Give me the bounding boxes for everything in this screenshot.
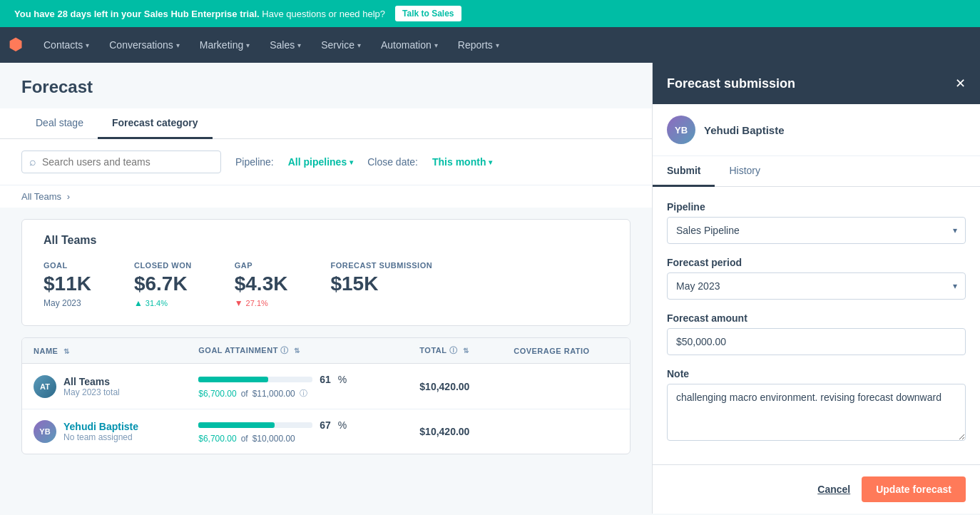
stat-closed-won-value: $6.7K (134, 272, 192, 295)
tab-forecast-category[interactable]: Forecast category (98, 108, 213, 139)
search-box[interactable]: ⌕ (21, 151, 221, 173)
stat-closed-won-sub: ▲ 31.4% (134, 298, 192, 308)
note-form-group: Note (667, 368, 966, 441)
pipeline-select-wrapper: Sales Pipeline Enterprise Pipeline ▾ (667, 217, 966, 244)
tab-deal-stage[interactable]: Deal stage (21, 108, 98, 139)
data-table-container: NAME ⇅ GOAL ATTAINMENT ⓘ ⇅ TOTAL ⓘ ⇅ (21, 337, 631, 454)
total-cell: $10,420.00 (408, 409, 502, 454)
note-textarea[interactable] (667, 384, 966, 441)
nav-item-sales[interactable]: Sales ▾ (260, 27, 311, 63)
stat-goal: GOAL $11K May 2023 (44, 261, 91, 308)
table-header-row: NAME ⇅ GOAL ATTAINMENT ⓘ ⇅ TOTAL ⓘ ⇅ (22, 338, 630, 364)
goal-attainment-cell: 61% $6,700.00 of $11,000.00 ⓘ (187, 364, 408, 409)
stat-forecast-submission: FORECAST SUBMISSION $15K (330, 261, 432, 308)
panel-close-button[interactable]: ✕ (955, 76, 966, 91)
progress-bar-fill (198, 377, 268, 382)
goal-total: $11,000.00 (252, 389, 295, 399)
stat-gap-label: GAP (235, 261, 288, 270)
stat-gap-value: $4.3K (235, 272, 288, 295)
stat-gap-sub: ▼ 27.1% (235, 298, 288, 308)
stat-goal-label: GOAL (44, 261, 91, 270)
panel-user-section: YB Yehudi Baptiste (653, 104, 980, 156)
cancel-button[interactable]: Cancel (817, 484, 850, 495)
coverage-ratio-cell (502, 409, 630, 454)
stat-closed-won: CLOSED WON $6.7K ▲ 31.4% (134, 261, 192, 308)
note-label: Note (667, 368, 966, 379)
pipeline-form-group: Pipeline Sales Pipeline Enterprise Pipel… (667, 201, 966, 244)
progress-bar-background (198, 377, 312, 382)
pipeline-label: Pipeline: (235, 156, 274, 168)
close-date-filter[interactable]: This month ▾ (432, 156, 492, 168)
nav-item-conversations[interactable]: Conversations ▾ (99, 27, 190, 63)
nav-item-marketing[interactable]: Marketing ▾ (190, 27, 260, 63)
info-icon[interactable]: ⓘ (449, 346, 458, 355)
search-icon: ⌕ (29, 155, 36, 168)
progress-percent: 61 (320, 374, 331, 385)
nav-item-reports[interactable]: Reports ▾ (448, 27, 509, 63)
panel-footer: Cancel Update forecast (653, 464, 980, 514)
panel-tabs: Submit History (653, 156, 980, 187)
goal-achieved: $6,700.00 (198, 389, 236, 399)
progress-percent: 67 (320, 419, 331, 431)
breadcrumb-all-teams[interactable]: All Teams (21, 191, 61, 202)
col-total[interactable]: TOTAL ⓘ ⇅ (408, 338, 502, 364)
update-forecast-button[interactable]: Update forecast (862, 476, 966, 502)
nav-item-automation[interactable]: Automation ▾ (371, 27, 448, 63)
forecast-period-form-group: Forecast period May 2023 June 2023 April… (667, 257, 966, 300)
page-header: Forecast (0, 63, 652, 97)
breadcrumb-separator: › (67, 191, 70, 202)
sort-icon: ⇅ (294, 347, 300, 355)
goal-of-label: of (241, 389, 248, 399)
table-row: AT All Teams May 2023 total (22, 364, 630, 409)
nav-item-contacts[interactable]: Contacts ▾ (34, 27, 99, 63)
forecast-period-select[interactable]: May 2023 June 2023 April 2023 (667, 272, 966, 300)
avatar: AT (34, 375, 56, 398)
talk-to-sales-button[interactable]: Talk to Sales (395, 6, 461, 21)
name-cell: AT All Teams May 2023 total (22, 364, 187, 409)
chevron-down-icon: ▾ (489, 158, 492, 166)
pipeline-filter[interactable]: All pipelines ▾ (288, 156, 353, 168)
panel-header: Forecast submission ✕ (653, 63, 980, 104)
logo-icon: ⬢ (9, 36, 22, 54)
coverage-ratio-cell (502, 364, 630, 409)
forecast-amount-label: Forecast amount (667, 312, 966, 324)
forecast-period-label: Forecast period (667, 257, 966, 268)
panel-user-avatar: YB (667, 116, 695, 144)
info-icon[interactable]: ⓘ (280, 346, 289, 355)
info-icon[interactable]: ⓘ (300, 388, 307, 399)
stat-forecast-label: FORECAST SUBMISSION (330, 261, 432, 270)
total-amount: $10,420.00 (419, 381, 469, 392)
name-cell: YB Yehudi Baptiste No team assigned (22, 409, 187, 454)
chevron-down-icon: ▾ (357, 41, 361, 49)
panel-body: Pipeline Sales Pipeline Enterprise Pipel… (653, 187, 980, 464)
progress-bar-background (198, 422, 312, 428)
pipeline-select[interactable]: Sales Pipeline Enterprise Pipeline (667, 217, 966, 244)
sort-icon: ⇅ (63, 347, 70, 355)
chevron-down-icon: ▾ (349, 158, 353, 166)
panel-tab-submit[interactable]: Submit (653, 156, 715, 187)
goal-total: $10,000.00 (252, 434, 295, 444)
panel-user-name: Yehudi Baptiste (704, 124, 785, 136)
row-name: All Teams (63, 376, 120, 387)
panel-tab-history[interactable]: History (715, 156, 775, 187)
col-goal-attainment[interactable]: GOAL ATTAINMENT ⓘ ⇅ (187, 338, 408, 364)
stat-closed-won-label: CLOSED WON (134, 261, 192, 270)
chevron-down-icon: ▾ (176, 41, 180, 49)
forecast-submission-panel: Forecast submission ✕ YB Yehudi Baptiste… (652, 63, 980, 514)
stat-goal-value: $11K (44, 272, 91, 295)
chevron-down-icon: ▾ (246, 41, 250, 49)
forecast-amount-input[interactable] (667, 328, 966, 355)
nav-item-service[interactable]: Service ▾ (311, 27, 371, 63)
sort-icon: ⇅ (463, 347, 469, 355)
chevron-down-icon: ▾ (434, 41, 438, 49)
breadcrumb: All Teams › (0, 185, 652, 208)
main-content: Forecast Deal stage Forecast category ⌕ … (0, 63, 652, 514)
forecast-period-select-wrapper: May 2023 June 2023 April 2023 ▾ (667, 272, 966, 300)
row-user-name[interactable]: Yehudi Baptiste (63, 421, 138, 432)
total-amount: $10,420.00 (419, 426, 469, 437)
chevron-down-icon: ▾ (297, 41, 301, 49)
forecast-amount-form-group: Forecast amount (667, 312, 966, 355)
chevron-down-icon: ▾ (496, 41, 499, 49)
col-name[interactable]: NAME ⇅ (22, 338, 187, 364)
search-input[interactable] (42, 156, 213, 168)
